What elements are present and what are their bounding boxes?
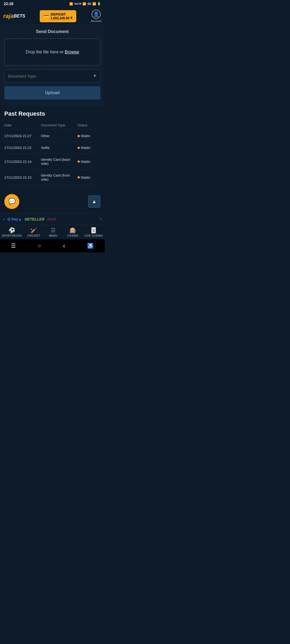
cricket-label: CRICKET (27, 234, 40, 237)
row-date-3: 17/11/2024 21:13 (4, 175, 41, 180)
table-row: 17/11/2024 21:13 Identity Card (front si… (4, 170, 100, 185)
deposit-amount: 1,002,100.50 ₹ (50, 16, 72, 20)
row-date-0: 17/11/2024 21:27 (4, 134, 41, 138)
menu-icon: ☰ (51, 227, 56, 233)
payment-strip: ‹ G Pay▲ NETELLER Skrill › (0, 213, 105, 225)
table-row: 17/11/2024 21:22 Selfie Waitin (4, 142, 100, 154)
table-row: 17/11/2024 21:14 Identity Card (back sid… (4, 154, 100, 170)
row-status-2: Waitin (78, 160, 100, 164)
sportsbook-icon: ⚽ (9, 227, 15, 233)
prev-payment-arrow[interactable]: ‹ (3, 216, 5, 222)
document-type-placeholder: Document Type (8, 74, 36, 78)
status-dot-icon (78, 176, 80, 178)
account-button[interactable]: 👤 Account (91, 10, 102, 23)
next-payment-arrow[interactable]: › (100, 216, 102, 222)
browse-link[interactable]: Browse (65, 50, 79, 54)
nav-item-cricket[interactable]: 🏏 CRICKET (26, 227, 42, 237)
logo-raja: raja (3, 13, 14, 20)
file-drop-zone[interactable]: Drop the file here or Browse (4, 38, 100, 66)
status-dot-icon (78, 135, 80, 137)
chat-button[interactable]: 💬 (4, 194, 19, 209)
col-date: Date (4, 123, 41, 127)
nav-item-live-casino[interactable]: 🃏 LIVE CASINO (84, 227, 103, 237)
android-menu-icon[interactable]: ☰ (11, 243, 16, 249)
col-status: Status (78, 123, 100, 127)
status-icons: 📶 VoLTE 📶 4G 📶 🔋 (69, 2, 101, 6)
nav-item-sportsbook[interactable]: ⚽ SPORTSBOOK (2, 227, 22, 237)
nav-item-menu[interactable]: ☰ MENU (45, 227, 61, 237)
scroll-top-button[interactable]: ▲ (88, 195, 100, 208)
row-status-3: Waitin (78, 175, 100, 180)
past-requests-title: Past Requests (4, 110, 100, 117)
casino-icon: 🎰 (70, 227, 76, 233)
table-header: Date Document Type Status (4, 122, 100, 129)
deposit-icon: 💳 (44, 14, 49, 19)
android-nav: ☰ ○ ‹ ♿ (0, 239, 105, 252)
row-doctype-0: Other (41, 134, 77, 138)
chevron-up-icon: ▲ (92, 199, 97, 204)
row-doctype-2: Identity Card (back side) (41, 158, 77, 166)
floating-buttons-area: 💬 ▲ (0, 190, 105, 213)
status-bar: 22:28 📶 VoLTE 📶 4G 📶 🔋 (0, 0, 105, 8)
upload-button[interactable]: Upload (4, 86, 100, 100)
col-document-type: Document Type (41, 123, 77, 127)
deposit-button[interactable]: 💳 DEPOSIT 1,002,100.50 ₹ (40, 10, 76, 22)
status-dot-icon (78, 160, 80, 163)
bottom-nav: ⚽ SPORTSBOOK 🏏 CRICKET ☰ MENU 🎰 CASINO 🃏… (0, 225, 105, 239)
account-label: Account (91, 19, 102, 23)
android-back-icon[interactable]: ‹ (63, 242, 65, 250)
account-icon: 👤 (92, 10, 101, 19)
neteller-logo: NETELLER (25, 217, 45, 221)
chat-icon: 💬 (8, 198, 16, 205)
document-type-dropdown[interactable]: Document Type ▼ (4, 69, 100, 82)
gpay-logo: G Pay▲ (8, 217, 22, 221)
android-accessibility-icon[interactable]: ♿ (87, 243, 94, 249)
android-home-icon[interactable]: ○ (38, 243, 41, 249)
chevron-down-icon: ▼ (93, 74, 97, 78)
drop-zone-text: Drop the file here or Browse (26, 50, 79, 54)
nav-item-casino[interactable]: 🎰 CASINO (65, 227, 81, 237)
status-dot-icon (78, 147, 80, 149)
header: raja BETS 💳 DEPOSIT 1,002,100.50 ₹ 👤 Acc… (0, 8, 105, 25)
sportsbook-label: SPORTSBOOK (2, 234, 22, 237)
table-row: 17/11/2024 21:27 Other Waitin (4, 130, 100, 142)
row-date-2: 17/11/2024 21:14 (4, 160, 41, 164)
send-document-title: Send Document (4, 29, 100, 34)
send-document-section: Send Document Drop the file here or Brow… (0, 25, 105, 106)
logo: raja BETS (3, 13, 25, 20)
row-date-1: 17/11/2024 21:22 (4, 146, 41, 150)
row-status-1: Waitin (78, 146, 100, 150)
skrill-logo: Skrill (47, 217, 56, 221)
deposit-label: DEPOSIT (50, 12, 66, 16)
past-requests-section: Past Requests Date Document Type Status … (0, 106, 105, 190)
live-casino-icon: 🃏 (90, 227, 97, 233)
row-status-0: Waitin (78, 134, 100, 138)
cricket-icon: 🏏 (30, 227, 37, 233)
casino-label: CASINO (67, 234, 78, 237)
status-time: 22:28 (4, 2, 13, 6)
menu-label: MENU (49, 234, 57, 237)
live-casino-label: LIVE CASINO (84, 234, 103, 237)
logo-bets: BETS (14, 14, 25, 19)
row-doctype-3: Identity Card (front side) (41, 173, 77, 181)
row-doctype-1: Selfie (41, 146, 77, 150)
